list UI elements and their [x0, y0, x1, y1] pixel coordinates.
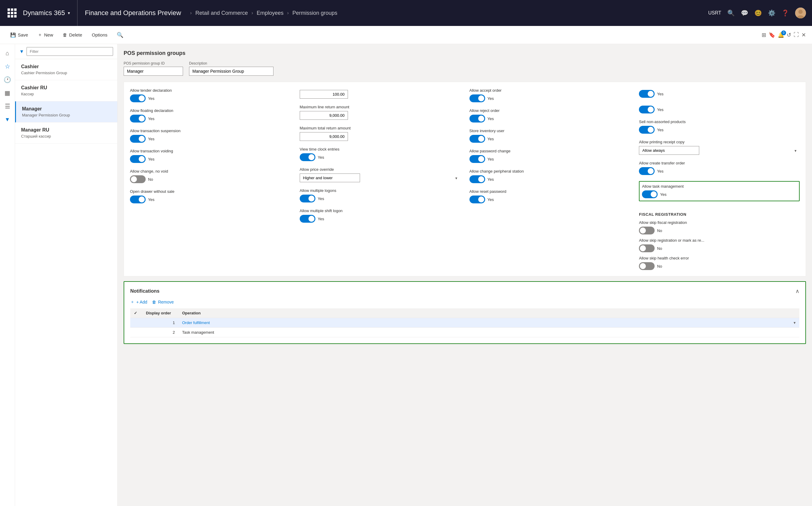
toggle-password-change[interactable]: [470, 155, 485, 163]
id-input[interactable]: [124, 67, 183, 76]
expand-icon[interactable]: ⛶: [794, 32, 799, 38]
bookmark-icon[interactable]: 🔖: [769, 32, 775, 38]
perm-task-management: Allow task management Yes: [639, 181, 800, 201]
perm-col1: Allow tender declaration Yes Allow float…: [130, 88, 291, 270]
toggle-skip-health[interactable]: [639, 262, 654, 270]
remove-notification-button[interactable]: 🗑 Remove: [152, 299, 174, 305]
toggle-floating[interactable]: [130, 115, 145, 122]
toggle-time-clock[interactable]: [300, 153, 315, 161]
toggle-col4-1[interactable]: [639, 90, 654, 98]
max-line-return-input[interactable]: [300, 111, 348, 120]
row1-order: 1: [142, 318, 179, 328]
desc-input[interactable]: [189, 67, 274, 76]
toggle-accept-order[interactable]: [470, 94, 485, 102]
nav-star-icon[interactable]: ☆: [2, 60, 14, 72]
toggle-shift-logon[interactable]: [300, 215, 315, 223]
row1-operation: Order fulfillment ▾: [179, 318, 799, 328]
toggle-multiple-logons[interactable]: [300, 195, 315, 202]
waffle-menu[interactable]: [6, 7, 18, 19]
table-row[interactable]: 1 Order fulfillment ▾: [130, 318, 799, 328]
search-button[interactable]: 🔍: [115, 30, 125, 40]
perm-accept-order: Allow accept order Yes: [470, 88, 630, 102]
content-area: POS permission groups POS permission gro…: [118, 44, 812, 506]
perm-multiple-shift-logon: Allow multiple shift logon Yes: [300, 208, 461, 223]
notif-table-header: ✓ Display order Operation: [130, 308, 799, 318]
toggle-change-no-void[interactable]: [130, 175, 145, 183]
collapse-icon[interactable]: ∧: [795, 288, 799, 294]
toggle-col4-2[interactable]: [639, 106, 654, 113]
fiscal-section: FISCAL REGISTRATION Allow skip fiscal re…: [639, 212, 800, 270]
toggle-skip-registration[interactable]: [639, 244, 654, 252]
settings-icon[interactable]: ⚙️: [768, 9, 776, 17]
perm-change-peripheral: Allow change peripheral station Yes: [470, 169, 630, 183]
list-item-cashier-ru[interactable]: Cashier RU Кассир: [15, 80, 117, 101]
perm-skip-fiscal: Allow skip fiscal registration No: [639, 220, 800, 235]
top-nav: Dynamics 365 ▾ Finance and Operations Pr…: [0, 0, 812, 26]
toggle-store-inventory[interactable]: [470, 135, 485, 143]
perm-col4-yes2: Yes: [639, 104, 800, 113]
toggle-open-drawer[interactable]: [130, 195, 145, 203]
permissions-grid: Allow tender declaration Yes Allow float…: [130, 88, 800, 270]
breadcrumb-employees[interactable]: Employees: [257, 10, 284, 16]
chat-icon[interactable]: 💬: [741, 9, 748, 17]
add-notification-button[interactable]: ＋ + Add: [130, 299, 147, 305]
delete-icon: 🗑: [63, 32, 67, 37]
max-line-input[interactable]: [300, 90, 348, 99]
perm-password-change: Allow password change Yes: [470, 149, 630, 163]
perm-skip-registration: Allow skip registration or mark as re...…: [639, 238, 800, 252]
nav-recent-icon[interactable]: 🕐: [2, 74, 14, 86]
filter-input[interactable]: [26, 47, 113, 56]
display-order-header: Display order: [142, 308, 179, 318]
save-button[interactable]: 💾 Save: [6, 30, 32, 39]
brand-name[interactable]: Dynamics 365: [23, 9, 65, 17]
save-icon: 💾: [10, 32, 16, 38]
notification-icon[interactable]: 🔔 0: [778, 32, 784, 38]
left-nav: ⌂ ☆ 🕐 ▦ ☰ ▼: [0, 44, 15, 506]
perm-reject-order: Allow reject order Yes: [470, 108, 630, 122]
toggle-task-management[interactable]: [642, 190, 657, 198]
grid-view-icon[interactable]: ⊞: [762, 32, 766, 38]
list-item-manager[interactable]: Manager Manager Permission Group: [15, 101, 117, 122]
search-nav-icon[interactable]: 🔍: [727, 9, 735, 17]
toggle-reject-order[interactable]: [470, 115, 485, 122]
breadcrumb: › Retail and Commerce › Employees › Perm…: [190, 10, 337, 16]
brand-chevron-icon[interactable]: ▾: [68, 11, 70, 15]
filter-icon[interactable]: ▼: [19, 49, 24, 54]
notifications-title: Notifications: [130, 288, 160, 294]
toggle-skip-fiscal[interactable]: [639, 227, 654, 235]
add-icon: ＋: [130, 299, 134, 305]
new-button[interactable]: ＋ New: [33, 30, 57, 39]
list-item-manager-ru[interactable]: Manager RU Старший кассир: [15, 122, 117, 144]
avatar-icon[interactable]: [795, 8, 806, 18]
perm-max-total-return: Maximum total return amount: [300, 126, 461, 141]
print-receipt-select[interactable]: Allow always Never Once: [639, 146, 699, 155]
delete-button[interactable]: 🗑 Delete: [59, 30, 86, 39]
nav-dashboard-icon[interactable]: ▦: [2, 87, 14, 99]
toggle-reset-password[interactable]: [470, 195, 485, 203]
refresh-icon[interactable]: ↺: [787, 32, 791, 38]
top-nav-right: USRT 🔍 💬 😊 ⚙️ ❓: [708, 8, 806, 18]
nav-home-icon[interactable]: ⌂: [2, 47, 14, 59]
close-icon[interactable]: ✕: [801, 32, 806, 38]
nav-filter-active-icon[interactable]: ▼: [2, 113, 14, 125]
perm-store-inventory: Store inventory user Yes: [470, 129, 630, 143]
toggle-change-peripheral[interactable]: [470, 175, 485, 183]
breadcrumb-retail[interactable]: Retail and Commerce: [195, 10, 248, 16]
list-item-cashier[interactable]: Cashier Cashier Permission Group: [15, 59, 117, 80]
help-icon[interactable]: ❓: [782, 9, 789, 17]
toggle-sell-nonassorted[interactable]: [639, 126, 654, 134]
nav-list-icon[interactable]: ☰: [2, 100, 14, 112]
price-override-select[interactable]: Higher and lower Higher only Lower only …: [300, 173, 360, 182]
toggle-voiding[interactable]: [130, 155, 145, 163]
notifications-card: Notifications ∧ ＋ + Add 🗑 Remove ✓ Displ…: [124, 281, 806, 344]
smiley-icon[interactable]: 😊: [754, 9, 762, 17]
toggle-suspension[interactable]: [130, 135, 145, 143]
options-button[interactable]: Options: [88, 30, 112, 39]
max-total-return-input[interactable]: [300, 132, 348, 141]
toggle-tender[interactable]: [130, 94, 145, 102]
table-row[interactable]: 2 Task management: [130, 328, 799, 337]
toggle-create-transfer[interactable]: [639, 167, 654, 175]
breadcrumb-permissions[interactable]: Permission groups: [293, 10, 337, 16]
list-filter-bar: ▼: [15, 44, 117, 59]
perm-reset-password: Allow reset password Yes: [470, 189, 630, 203]
